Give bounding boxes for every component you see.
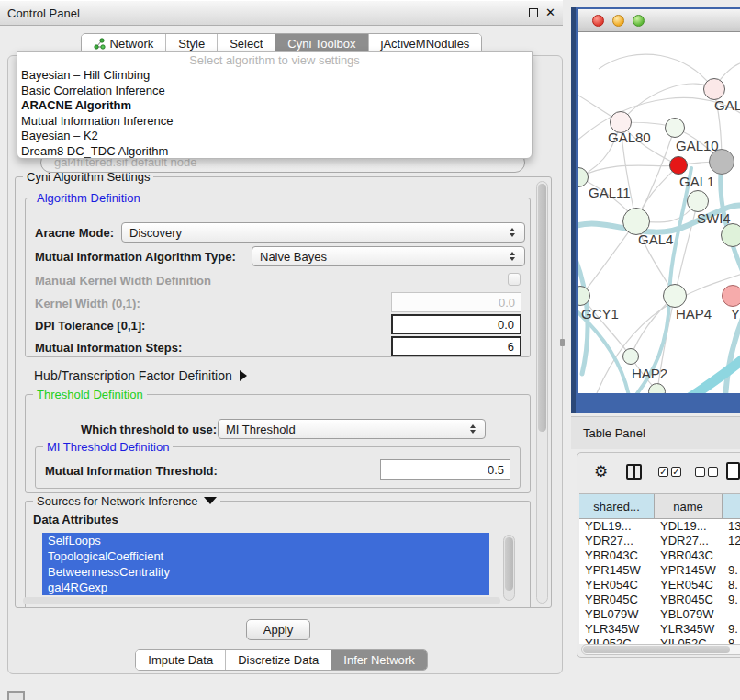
tab-select[interactable]: Select <box>217 34 275 53</box>
node-table: shared... name YDL19...YDL19...13 YDR27.… <box>579 493 740 644</box>
dpi-tolerance-label: DPI Tolerance [0,1]: <box>35 319 145 333</box>
select-all-columns-icon[interactable]: ✓ ✓ <box>658 467 681 477</box>
node-label: GAL80 <box>608 130 651 145</box>
data-attributes-list: SelfLoops TopologicalCoefficient Between… <box>42 533 515 603</box>
bottom-tabbar: Impute Data Discretize Data Infer Networ… <box>0 649 563 671</box>
close-icon[interactable]: ✕ <box>545 8 555 17</box>
threshold-definition-title: Threshold Definition <box>33 388 147 401</box>
mi-steps-label: Mutual Information Steps: <box>35 341 182 355</box>
mi-algorithm-type-label: Mutual Information Algorithm Type: <box>35 250 236 264</box>
document-icon[interactable] <box>726 462 740 480</box>
tab-jactivemnodules[interactable]: jActiveMNodules <box>368 34 482 53</box>
tab-discretize-data[interactable]: Discretize Data <box>225 650 331 670</box>
unselect-all-columns-icon[interactable] <box>695 467 718 477</box>
algorithm-option[interactable]: Bayesian – K2 <box>17 129 532 144</box>
table-row[interactable]: YBR043CYBR043C <box>579 548 740 563</box>
panel-splitter-handle[interactable] <box>560 339 565 346</box>
dpi-tolerance-input[interactable]: 0.0 <box>391 314 521 334</box>
mi-threshold-group-title: MI Threshold Definition <box>43 440 173 454</box>
mi-algorithm-type-combobox[interactable]: Naive Bayes <box>252 246 525 266</box>
table-toolbar: ⚙ ✓ ✓ <box>577 460 740 488</box>
node-label: GAL10 <box>676 138 719 153</box>
list-item-selected[interactable]: SelfLoops <box>42 533 489 548</box>
mi-steps-input[interactable]: 6 <box>391 336 521 356</box>
node-label: Y <box>731 306 740 322</box>
node-swi4[interactable] <box>687 190 709 212</box>
tab-cyni-toolbox[interactable]: Cyni Toolbox <box>275 34 367 53</box>
table-row[interactable]: YBR045CYBR045C9. <box>579 593 740 607</box>
node-green-right[interactable] <box>721 223 740 247</box>
column-header-name[interactable]: name <box>655 494 723 518</box>
table-row[interactable]: YBL079WYBL079W <box>579 607 740 622</box>
tab-network[interactable]: Network <box>82 34 166 53</box>
node-label: GAL11 <box>589 185 631 200</box>
node-label: SWI4 <box>697 210 731 226</box>
zoom-traffic-light-icon[interactable] <box>633 15 645 27</box>
table-panel-title: Table Panel <box>583 426 645 440</box>
tab-infer-network[interactable]: Infer Network <box>331 650 426 670</box>
node-label: GAL <box>714 97 740 113</box>
kernel-width-input[interactable]: 0.0 <box>391 292 521 312</box>
app-root: Control Panel ✕ Network Style Select Cyn… <box>0 0 740 700</box>
node-gal1[interactable] <box>669 156 688 175</box>
settings-horizontal-scrollbar[interactable] <box>23 597 500 604</box>
hub-section-toggle[interactable]: Hub/Transcription Factor Definition <box>34 368 247 383</box>
list-item-selected[interactable]: TopologicalCoefficient <box>42 548 489 564</box>
collapsed-arrow-icon <box>240 370 247 381</box>
apply-button[interactable]: Apply <box>246 619 310 640</box>
node-hap2[interactable] <box>622 348 639 365</box>
table-row[interactable]: YPR145WYPR145W9. <box>579 563 740 578</box>
gear-icon[interactable]: ⚙ <box>594 462 608 481</box>
algorithm-option[interactable]: Dream8 DC_TDC Algorithm <box>17 144 532 160</box>
float-window-icon[interactable] <box>529 8 538 17</box>
table-row[interactable]: YLR345WYLR345W9. <box>579 622 740 637</box>
node-gal10[interactable] <box>665 118 685 138</box>
aracne-mode-combobox[interactable]: Discovery <box>121 222 525 243</box>
columns-icon[interactable] <box>626 464 642 480</box>
algorithm-option-selected[interactable]: ARACNE Algorithm <box>17 98 532 114</box>
network-window-titlebar[interactable] <box>578 9 740 32</box>
combo-stepper-icon <box>510 252 517 261</box>
algorithm-definition-title: Algorithm Definition <box>33 191 144 205</box>
close-traffic-light-icon[interactable] <box>592 15 604 27</box>
checked-checkbox-icon: ✓ <box>658 467 668 477</box>
scrollbar-thumb[interactable] <box>583 646 730 653</box>
algorithm-dropdown-placeholder: Select algorithm to view settings <box>17 52 532 68</box>
algorithm-definition-group: Algorithm Definition Aracne Mode: Discov… <box>25 198 531 357</box>
minimize-traffic-light-icon[interactable] <box>612 15 624 27</box>
which-threshold-label: Which threshold to use: <box>81 423 217 436</box>
list-item-selected[interactable]: BetweennessCentrality <box>42 564 489 580</box>
node-salmon[interactable] <box>722 285 740 307</box>
list-item-selected[interactable]: gal4RGexp <box>42 580 489 595</box>
threshold-definition-group: Threshold Definition Which threshold to … <box>25 394 531 493</box>
which-threshold-combobox[interactable]: MI Threshold <box>218 419 486 439</box>
combo-stepper-icon <box>510 228 517 237</box>
expanded-arrow-icon <box>204 497 217 504</box>
table-row[interactable]: YER054CYER054C8. <box>579 578 740 593</box>
column-header-partial[interactable] <box>723 494 740 518</box>
algorithm-option[interactable]: Bayesian – Hill Climbing <box>17 68 532 84</box>
window-frame-edge <box>571 7 576 413</box>
algorithm-option[interactable]: Mutual Information Inference <box>17 114 532 130</box>
settings-vertical-scrollbar[interactable] <box>536 181 548 604</box>
column-header-shared-name[interactable]: shared... <box>579 494 655 518</box>
node-hap4[interactable] <box>663 284 687 308</box>
sources-group: Sources for Network Inference Data Attri… <box>25 501 531 607</box>
list-vertical-scrollbar[interactable] <box>503 535 515 601</box>
tab-style[interactable]: Style <box>165 34 217 53</box>
scrollbar-thumb[interactable] <box>538 184 546 432</box>
network-canvas[interactable]: GAL80 GAL GAL10 GAL1 GAL11 SWI4 GAL4 GCY… <box>578 32 740 393</box>
algorithm-option[interactable]: Basic Correlation Inference <box>17 84 532 99</box>
tab-impute-data[interactable]: Impute Data <box>136 650 225 670</box>
aracne-mode-label: Aracne Mode: <box>35 226 114 240</box>
algorithm-dropdown-popup: Select algorithm to view settings Bayesi… <box>17 51 533 159</box>
data-attributes-label: Data Attributes <box>33 513 118 526</box>
table-row[interactable]: YDL19...YDL19...13 <box>579 519 740 534</box>
table-horizontal-scrollbar[interactable] <box>581 644 740 655</box>
node-label: HAP4 <box>676 306 712 322</box>
manual-kernel-width-checkbox[interactable] <box>508 273 521 286</box>
table-row[interactable]: YDR27...YDR27...12 <box>579 534 740 548</box>
sources-group-title[interactable]: Sources for Network Inference <box>33 494 220 508</box>
scrollbar-thumb[interactable] <box>505 537 513 591</box>
mi-threshold-input[interactable]: 0.5 <box>380 459 510 480</box>
